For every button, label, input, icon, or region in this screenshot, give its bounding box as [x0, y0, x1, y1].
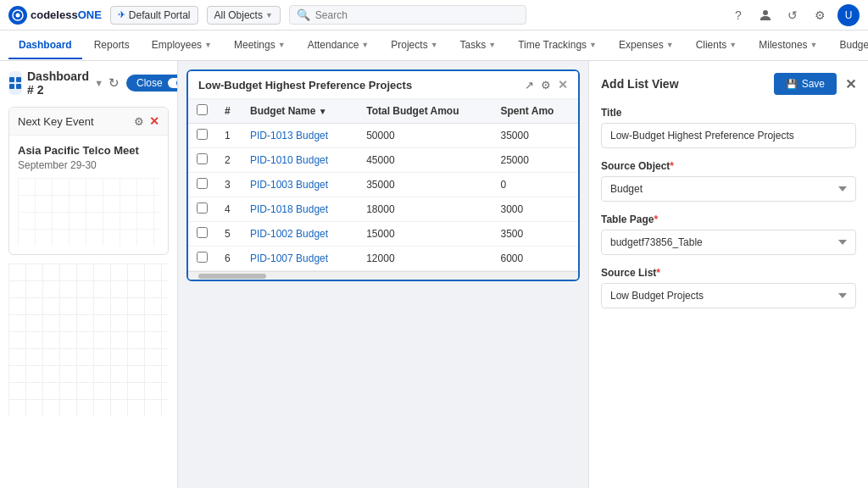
save-button[interactable]: 💾 Save	[774, 73, 837, 95]
scroll-thumb[interactable]	[198, 274, 266, 279]
dashboard-icon	[8, 71, 22, 95]
row-checkbox[interactable]	[197, 153, 208, 164]
external-link-icon[interactable]: ↗	[525, 79, 534, 92]
nav-item-expenses[interactable]: Expenses ▼	[609, 32, 684, 59]
row-budget-name[interactable]: PID-1007 Budget	[242, 247, 358, 271]
budget-name-link[interactable]: PID-1010 Budget	[250, 154, 328, 166]
required-asterisk-2: *	[654, 214, 658, 225]
portal-button[interactable]: ✈ Default Portal	[110, 6, 198, 25]
row-budget-name[interactable]: PID-1013 Budget	[242, 124, 358, 148]
dashboard-grid	[8, 263, 169, 416]
spent-amount-col-header: Spent Amo	[492, 99, 578, 124]
budget-name-link[interactable]: PID-1013 Budget	[250, 130, 328, 141]
row-budget-name[interactable]: PID-1010 Budget	[242, 148, 358, 173]
settings-icon[interactable]: ⚙	[810, 6, 829, 25]
logo-text: codelessONE	[31, 8, 102, 21]
row-checkbox-cell[interactable]	[188, 124, 216, 148]
expenses-chevron: ▼	[666, 41, 674, 49]
row-total-budget: 35000	[358, 173, 492, 197]
list-widget: Low-Budget Highest Preference Projects ↗…	[186, 69, 580, 281]
row-checkbox[interactable]	[197, 129, 208, 140]
dashboard-chevron-icon[interactable]: ▼	[94, 78, 103, 88]
help-icon[interactable]: ?	[729, 6, 748, 25]
avatar[interactable]: U	[837, 4, 860, 26]
close-icon[interactable]: ✕	[149, 114, 159, 128]
nav-item-time-trackings[interactable]: Time Trackings ▼	[508, 32, 607, 59]
row-budget-name[interactable]: PID-1002 Budget	[242, 222, 358, 247]
dashboard-title: Dashboard # 2	[27, 69, 89, 97]
table-scroll[interactable]: # Budget Name ▼ Total Budget Amou Spent …	[188, 99, 578, 271]
nav-item-budgets[interactable]: Budgets ▼	[830, 32, 868, 59]
nav-item-tasks[interactable]: Tasks ▼	[450, 32, 507, 59]
nav-item-attendance[interactable]: Attendance ▼	[298, 32, 380, 59]
row-checkbox-cell[interactable]	[188, 148, 216, 173]
num-col-header: #	[216, 99, 242, 124]
row-num: 4	[216, 197, 242, 222]
nav-item-reports[interactable]: Reports	[84, 32, 140, 59]
next-key-event-widget: Next Key Event ⚙ ✕ Asia Pacific Telco Me…	[8, 107, 169, 255]
employees-chevron: ▼	[204, 41, 212, 49]
budget-name-link[interactable]: PID-1018 Budget	[250, 203, 328, 215]
panel-close-icon[interactable]: ✕	[845, 76, 856, 92]
left-panel: Dashboard # 2 ▼ ↻ Close Next Key Event ⚙…	[0, 61, 178, 488]
timetrackings-chevron: ▼	[589, 41, 597, 49]
budget-name-link[interactable]: PID-1003 Budget	[250, 179, 328, 191]
required-asterisk: *	[670, 160, 674, 172]
row-checkbox-cell[interactable]	[188, 222, 216, 247]
title-label: Title	[601, 107, 856, 119]
list-widget-title: Low-Budget Highest Preference Projects	[198, 79, 412, 92]
user-icon[interactable]	[756, 6, 775, 25]
row-num: 6	[216, 247, 242, 271]
title-input[interactable]	[601, 123, 856, 148]
row-checkbox-cell[interactable]	[188, 197, 216, 222]
nav-item-employees[interactable]: Employees ▼	[142, 32, 222, 59]
row-checkbox[interactable]	[197, 202, 208, 214]
settings-icon[interactable]: ⚙	[541, 79, 551, 92]
table-page-select[interactable]: budgetf73856_Table	[601, 230, 856, 255]
source-object-form-group: Source Object* Budget	[601, 160, 856, 202]
portal-icon: ✈	[118, 9, 125, 20]
search-bar[interactable]: 🔍	[289, 5, 526, 25]
select-all-header[interactable]	[188, 99, 216, 124]
chevron-down-icon: ▼	[265, 11, 273, 19]
history-icon[interactable]: ↺	[783, 6, 802, 25]
row-checkbox[interactable]	[197, 252, 208, 263]
logo[interactable]: codelessONE	[8, 6, 102, 25]
refresh-icon[interactable]: ↻	[108, 75, 120, 91]
dashboard-header: Dashboard # 2 ▼ ↻ Close	[8, 69, 169, 97]
row-spent-amount: 3000	[492, 197, 578, 222]
title-form-group: Title	[601, 107, 856, 148]
row-num: 1	[216, 124, 242, 148]
row-checkbox[interactable]	[197, 227, 208, 238]
row-spent-amount: 6000	[492, 247, 578, 271]
budget-name-link[interactable]: PID-1002 Budget	[250, 228, 328, 240]
select-all-checkbox[interactable]	[197, 104, 208, 115]
nav-item-meetings[interactable]: Meetings ▼	[224, 32, 296, 59]
row-checkbox[interactable]	[197, 178, 208, 189]
grid-background	[18, 178, 159, 246]
row-budget-name[interactable]: PID-1018 Budget	[242, 197, 358, 222]
search-input[interactable]	[315, 9, 519, 21]
source-object-select[interactable]: Budget	[601, 176, 856, 202]
close-widget-icon[interactable]: ✕	[558, 78, 568, 92]
nav-item-dashboard[interactable]: Dashboard	[8, 32, 82, 59]
nav-item-milestones[interactable]: Milestones ▼	[748, 32, 827, 59]
gear-icon[interactable]: ⚙	[134, 115, 144, 128]
svg-rect-4	[9, 84, 14, 89]
budget-name-link[interactable]: PID-1007 Budget	[250, 252, 328, 264]
row-budget-name[interactable]: PID-1003 Budget	[242, 173, 358, 197]
row-num: 2	[216, 148, 242, 173]
nav-item-clients[interactable]: Clients ▼	[686, 32, 748, 59]
row-checkbox-cell[interactable]	[188, 247, 216, 271]
close-button[interactable]: Close	[126, 75, 178, 92]
table-row: 6 PID-1007 Budget 12000 6000	[188, 247, 578, 271]
nav-item-projects[interactable]: Projects ▼	[381, 32, 448, 59]
table-header-row: # Budget Name ▼ Total Budget Amou Spent …	[188, 99, 578, 124]
source-list-select[interactable]: Low Budget Projects	[601, 283, 856, 308]
close-label: Close	[136, 77, 163, 89]
budget-name-col-header[interactable]: Budget Name ▼	[242, 99, 358, 124]
toggle	[168, 78, 178, 88]
all-objects-select[interactable]: All Objects ▼	[207, 6, 281, 25]
row-checkbox-cell[interactable]	[188, 173, 216, 197]
horizontal-scrollbar[interactable]	[188, 271, 578, 280]
